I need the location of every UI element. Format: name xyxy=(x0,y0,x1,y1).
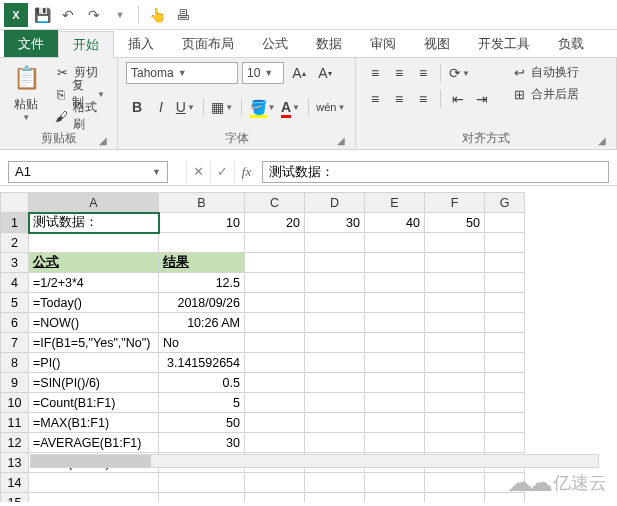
format-painter-button[interactable]: 🖌格式刷 xyxy=(50,106,109,126)
italic-button[interactable]: I xyxy=(150,96,172,118)
cell[interactable] xyxy=(485,273,525,293)
cell[interactable] xyxy=(425,413,485,433)
decrease-font-icon[interactable]: A▾ xyxy=(314,62,336,84)
cell[interactable] xyxy=(159,473,245,493)
tab-page-layout[interactable]: 页面布局 xyxy=(168,30,248,57)
cell[interactable] xyxy=(365,413,425,433)
cell[interactable] xyxy=(245,393,305,413)
cell[interactable]: =Count(B1:F1) xyxy=(29,393,159,413)
row-header[interactable]: 3 xyxy=(1,253,29,273)
cell[interactable] xyxy=(365,493,425,503)
cell[interactable] xyxy=(485,373,525,393)
touch-mode-icon[interactable]: 👆 xyxy=(145,3,169,27)
row-header[interactable]: 5 xyxy=(1,293,29,313)
cell[interactable] xyxy=(425,273,485,293)
decrease-indent-icon[interactable]: ⇤ xyxy=(447,88,469,110)
row-header[interactable]: 11 xyxy=(1,413,29,433)
enter-formula-icon[interactable]: ✓ xyxy=(210,161,234,183)
cell[interactable] xyxy=(365,473,425,493)
cell[interactable]: 50 xyxy=(159,413,245,433)
cell[interactable] xyxy=(425,313,485,333)
cell[interactable] xyxy=(305,253,365,273)
cell[interactable] xyxy=(245,413,305,433)
cell[interactable] xyxy=(365,373,425,393)
phonetic-button[interactable]: wén▼ xyxy=(315,96,347,118)
cell[interactable] xyxy=(365,273,425,293)
cell[interactable] xyxy=(305,353,365,373)
cell[interactable] xyxy=(29,493,159,503)
align-center-icon[interactable]: ≡ xyxy=(388,88,410,110)
cell[interactable] xyxy=(245,253,305,273)
cell[interactable]: 50 xyxy=(425,213,485,233)
cell[interactable] xyxy=(485,353,525,373)
merge-center-button[interactable]: ⊞合并后居 xyxy=(507,84,583,104)
align-left-icon[interactable]: ≡ xyxy=(364,88,386,110)
cell[interactable] xyxy=(485,213,525,233)
select-all-corner[interactable] xyxy=(1,193,29,213)
cell[interactable] xyxy=(305,313,365,333)
insert-function-icon[interactable]: fx xyxy=(234,161,258,183)
tab-view[interactable]: 视图 xyxy=(410,30,464,57)
cell[interactable]: =SIN(PI()/6) xyxy=(29,373,159,393)
cell[interactable]: 30 xyxy=(305,213,365,233)
cell[interactable] xyxy=(245,273,305,293)
cell[interactable] xyxy=(365,433,425,453)
cell[interactable] xyxy=(245,333,305,353)
cell[interactable]: 40 xyxy=(365,213,425,233)
align-bottom-icon[interactable]: ≡ xyxy=(412,62,434,84)
redo-icon[interactable]: ↷ xyxy=(82,3,106,27)
cell[interactable] xyxy=(425,333,485,353)
row-header[interactable]: 13 xyxy=(1,453,29,473)
cell[interactable]: =PI() xyxy=(29,353,159,373)
orientation-icon[interactable]: ⟳▼ xyxy=(447,62,472,84)
row-header[interactable]: 2 xyxy=(1,233,29,253)
qat-customize-icon[interactable]: ▼ xyxy=(108,3,132,27)
cell[interactable] xyxy=(425,393,485,413)
cell[interactable]: =MAX(B1:F1) xyxy=(29,413,159,433)
align-middle-icon[interactable]: ≡ xyxy=(388,62,410,84)
scrollbar-thumb[interactable] xyxy=(31,455,151,467)
tab-home[interactable]: 开始 xyxy=(58,31,114,58)
cell[interactable] xyxy=(425,433,485,453)
wrap-text-button[interactable]: ↩自动换行 xyxy=(507,62,583,82)
name-box[interactable]: A1▼ xyxy=(8,161,168,183)
cell[interactable] xyxy=(485,313,525,333)
cell[interactable]: No xyxy=(159,333,245,353)
cell[interactable] xyxy=(305,433,365,453)
cancel-formula-icon[interactable]: ✕ xyxy=(186,161,210,183)
cell[interactable] xyxy=(365,313,425,333)
row-header[interactable]: 4 xyxy=(1,273,29,293)
tab-file[interactable]: 文件 xyxy=(4,30,58,57)
formula-input[interactable]: 测试数据： xyxy=(262,161,609,183)
font-name-combo[interactable]: Tahoma▼ xyxy=(126,62,238,84)
cell[interactable] xyxy=(245,233,305,253)
column-header[interactable]: F xyxy=(425,193,485,213)
cell[interactable] xyxy=(365,233,425,253)
underline-button[interactable]: U▼ xyxy=(174,96,197,118)
font-color-button[interactable]: A▼ xyxy=(279,96,302,118)
column-header[interactable]: G xyxy=(485,193,525,213)
cell[interactable] xyxy=(485,253,525,273)
fill-color-button[interactable]: 🪣▼ xyxy=(248,96,277,118)
cell[interactable]: 结果 xyxy=(159,253,245,273)
cell[interactable] xyxy=(365,393,425,413)
paste-button[interactable]: 📋 粘贴 ▼ xyxy=(8,62,44,122)
cell[interactable]: 3.141592654 xyxy=(159,353,245,373)
cell[interactable] xyxy=(245,313,305,333)
cell[interactable] xyxy=(485,233,525,253)
cell[interactable] xyxy=(29,233,159,253)
cell[interactable]: 20 xyxy=(245,213,305,233)
save-icon[interactable]: 💾 xyxy=(30,3,54,27)
undo-icon[interactable]: ↶ xyxy=(56,3,80,27)
horizontal-scrollbar[interactable] xyxy=(30,454,599,468)
cell[interactable]: 测试数据： xyxy=(29,213,159,233)
cell[interactable] xyxy=(305,333,365,353)
cell[interactable]: =NOW() xyxy=(29,313,159,333)
cell[interactable] xyxy=(245,473,305,493)
row-header[interactable]: 6 xyxy=(1,313,29,333)
cell[interactable] xyxy=(485,333,525,353)
cell[interactable]: 10 xyxy=(159,213,245,233)
cell[interactable] xyxy=(485,293,525,313)
cell[interactable] xyxy=(305,233,365,253)
cell[interactable] xyxy=(485,433,525,453)
